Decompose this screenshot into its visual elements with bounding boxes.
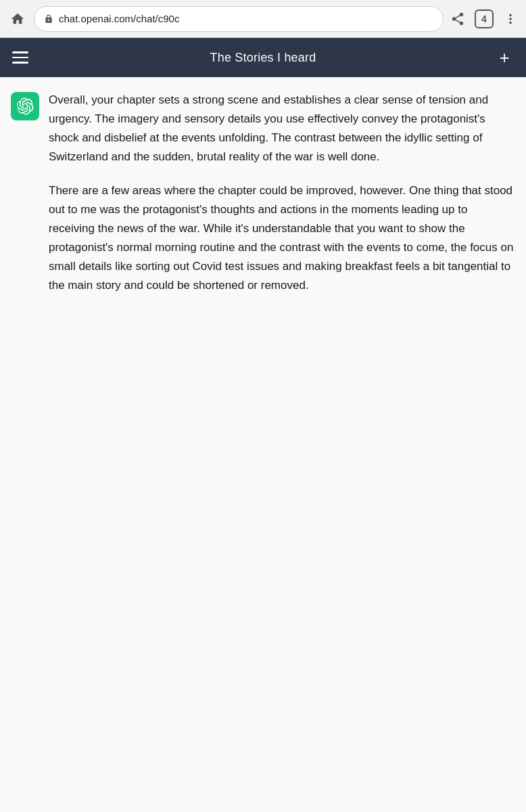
new-chat-icon[interactable]: + [495, 48, 514, 67]
chatgpt-logo-icon [16, 97, 34, 115]
home-icon[interactable] [8, 9, 27, 28]
address-bar[interactable]: chat.openai.com/chat/c90c [34, 6, 444, 32]
app-header: The Stories I heard + [0, 38, 526, 77]
chat-content-area: Overall, your chapter sets a strong scen… [0, 77, 526, 812]
share-icon[interactable] [450, 12, 465, 26]
assistant-message-text: Overall, your chapter sets a strong scen… [49, 91, 515, 295]
url-text: chat.openai.com/chat/c90c [59, 13, 433, 24]
message-paragraph-1: Overall, your chapter sets a strong scen… [49, 91, 515, 166]
tab-count-badge[interactable]: 4 [475, 9, 494, 28]
hamburger-menu-icon[interactable] [12, 51, 31, 64]
browser-menu-icon[interactable] [503, 12, 518, 26]
chat-title: The Stories I heard [210, 51, 316, 65]
lock-icon [44, 14, 53, 24]
chatgpt-avatar [11, 92, 39, 120]
browser-chrome: chat.openai.com/chat/c90c 4 [0, 0, 526, 38]
message-paragraph-2: There are a few areas where the chapter … [49, 181, 515, 295]
browser-action-buttons: 4 [450, 9, 518, 28]
assistant-message: Overall, your chapter sets a strong scen… [11, 91, 515, 295]
